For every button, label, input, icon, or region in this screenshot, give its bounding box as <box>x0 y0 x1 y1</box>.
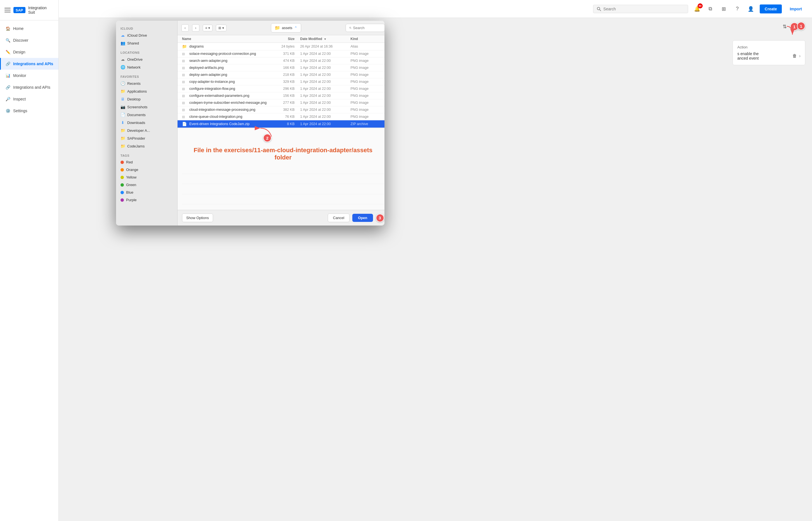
inspect-icon: 🔎 <box>5 96 10 101</box>
table-row[interactable]: ▤ copy-adapter-to-instance.png 329 KB 1 … <box>177 78 384 85</box>
tag-dot <box>120 191 124 194</box>
table-row[interactable]: ▤ codepen-tryme-subscriber-enriched-mess… <box>177 99 384 106</box>
hamburger-menu[interactable] <box>4 8 10 12</box>
col-name-header[interactable]: Name <box>182 37 267 41</box>
picker-tag-purple[interactable]: Purple <box>116 196 177 204</box>
picker-onedrive[interactable]: ☁ OneDrive <box>116 55 177 63</box>
picker-codejams[interactable]: 📁 CodeJams <box>116 142 177 150</box>
sort-icon[interactable]: ⇅ <box>783 23 787 30</box>
table-row[interactable]: ▤ clone-queue-cloud-integration.png 76 K… <box>177 113 384 120</box>
picker-applications[interactable]: 📁 Applications <box>116 87 177 95</box>
create-button[interactable]: Create <box>760 4 782 14</box>
file-name: search-aem-adapter.png <box>189 59 267 63</box>
empty-row <box>182 184 384 194</box>
picker-shared[interactable]: 👥 Shared <box>116 39 177 47</box>
picker-network[interactable]: 🌐 Network <box>116 63 177 71</box>
picker-screenshots[interactable]: 📷 Screenshots <box>116 103 177 111</box>
file-kind: PNG image <box>351 94 384 98</box>
grid-icon[interactable]: ⊞ <box>719 4 729 14</box>
file-kind: PNG image <box>351 87 384 91</box>
sidebar-item-home[interactable]: 🏠 Home <box>0 23 58 35</box>
picker-tag-green[interactable]: Green <box>116 181 177 188</box>
sidebar-item-label: Settings <box>13 109 27 113</box>
picker-footer-right: Cancel Open 3 <box>328 213 384 222</box>
folder-icon: 📁 <box>274 25 280 30</box>
table-row[interactable]: 📁 diagrams 24 bytes 26 Apr 2024 at 16:36… <box>177 43 384 50</box>
help-icon[interactable]: ? <box>733 4 742 14</box>
picker-list-view[interactable]: ≡ ▾ <box>203 25 213 31</box>
tag-dot <box>120 176 124 179</box>
developer-icon: 📁 <box>120 128 125 133</box>
table-row[interactable]: ▤ search-aem-adapter.png 474 KB 1 Apr 20… <box>177 58 384 64</box>
picker-search-input[interactable] <box>353 26 381 30</box>
picker-recents[interactable]: 🕐 Recents <box>116 80 177 87</box>
icloud-drive-icon: ☁ <box>120 33 125 38</box>
table-row[interactable]: ▤ configure-externalised-parameters.png … <box>177 92 384 99</box>
file-date: 1 Apr 2024 at 22:00 <box>295 80 351 84</box>
picker-tag-orange[interactable]: Orange <box>116 166 177 174</box>
col-size-header[interactable]: Size <box>267 37 295 41</box>
picker-tag-yellow[interactable]: Yellow <box>116 174 177 181</box>
picker-sapinsider[interactable]: 📁 SAPinsider <box>116 134 177 142</box>
list-view-icon: ≡ <box>205 26 207 30</box>
file-kind: PNG image <box>351 108 384 112</box>
col-date-header[interactable]: Date Modified ▾ <box>295 37 351 41</box>
table-row[interactable]: 📄 Event-driven Integrations CodeJam.zip … <box>177 120 384 128</box>
sidebar-item-label: Integrations and APIs <box>13 62 53 66</box>
chevron-right-icon[interactable]: › <box>799 53 801 59</box>
picker-icloud-drive[interactable]: ☁ iCloud Drive <box>116 31 177 39</box>
show-options-button[interactable]: Show Options <box>182 213 213 222</box>
picker-item-label: OneDrive <box>127 58 143 62</box>
sidebar-item-inspect[interactable]: 🔎 Inspect <box>0 93 58 105</box>
file-icon: ▤ <box>182 73 187 77</box>
file-icon: ▤ <box>182 80 187 84</box>
notification-icon[interactable]: 🔔 90 <box>693 4 701 14</box>
picker-search-box[interactable] <box>345 24 384 32</box>
picker-back-button[interactable]: ‹ <box>182 24 189 31</box>
cancel-button[interactable]: Cancel <box>328 213 350 222</box>
user-icon[interactable]: 👤 <box>746 4 755 14</box>
open-button[interactable]: Open <box>352 214 373 222</box>
picker-forward-button[interactable]: › <box>192 24 199 31</box>
delete-icon[interactable]: 🗑 <box>792 53 797 59</box>
sidebar-item-design[interactable]: ✏️ Design <box>0 46 58 58</box>
picker-tag-blue[interactable]: Blue <box>116 188 177 196</box>
empty-row <box>182 174 384 184</box>
codejams-icon: 📁 <box>120 144 125 148</box>
notification-count: 90 <box>698 3 703 8</box>
table-row[interactable]: ▤ solace-messaging-protocol-connection.p… <box>177 50 384 58</box>
table-row[interactable]: ▤ cloud-integration-message-processing.p… <box>177 106 384 113</box>
picker-downloads[interactable]: ⬇ Downloads <box>116 119 177 127</box>
tags-section-label: Tags <box>116 152 177 158</box>
copy-icon[interactable]: ⧉ <box>706 4 715 14</box>
sidebar-item-integrations2[interactable]: 🔗 Integrations and APIs <box>0 82 58 93</box>
file-name: copy-adapter-to-instance.png <box>189 80 267 84</box>
picker-desktop[interactable]: 🖥 Desktop <box>116 95 177 103</box>
svg-point-3 <box>350 27 351 28</box>
onedrive-icon: ☁ <box>120 57 125 62</box>
sidebar-item-integrations[interactable]: 🔗 Integrations and APIs <box>0 58 58 70</box>
favorites-section-label: Favorites <box>116 73 177 80</box>
picker-grid-view[interactable]: ⊞ ▾ <box>216 25 226 31</box>
picker-documents[interactable]: 📄 Documents <box>116 111 177 119</box>
desktop-icon: 🖥 <box>120 97 125 101</box>
tags-container: RedOrangeYellowGreenBluePurple <box>116 158 177 204</box>
table-row[interactable]: ▤ deploy-aem-adapter.png 218 KB 1 Apr 20… <box>177 71 384 78</box>
sidebar-item-monitor[interactable]: 📊 Monitor <box>0 70 58 82</box>
downloads-icon: ⬇ <box>120 120 125 125</box>
col-kind-header[interactable]: Kind <box>351 37 384 41</box>
picker-item-label: Network <box>127 65 141 69</box>
applications-icon: 📁 <box>120 89 125 93</box>
import-button[interactable]: Import <box>786 4 805 14</box>
picker-tag-red[interactable]: Red <box>116 158 177 166</box>
search-input[interactable] <box>603 7 685 11</box>
sidebar-item-settings[interactable]: ⚙️ Settings <box>0 105 58 117</box>
sidebar-item-discover[interactable]: 🔍 Discover <box>0 35 58 46</box>
sort-arrow-icon: ▾ <box>324 38 326 41</box>
picker-location-pill[interactable]: 📁 assets ⌃ <box>271 23 301 32</box>
picker-developer[interactable]: 📁 Developer A... <box>116 127 177 134</box>
table-row[interactable]: ▤ deployed-artifacts.png 166 KB 1 Apr 20… <box>177 64 384 71</box>
picker-dropdown-icon[interactable]: ⌃ <box>294 26 297 30</box>
search-box[interactable] <box>593 5 688 13</box>
table-row[interactable]: ▤ configure-integration-flow.png 296 KB … <box>177 85 384 92</box>
